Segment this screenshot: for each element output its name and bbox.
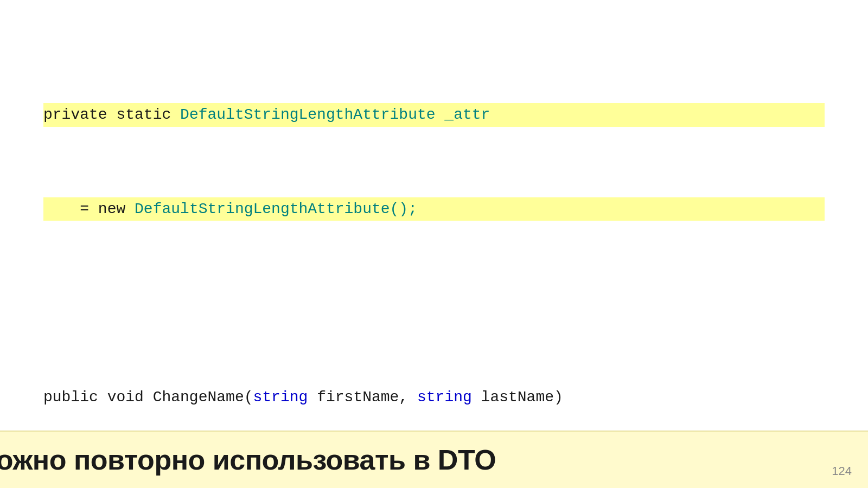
caption-text: Можно повторно использовать в DTO (0, 444, 496, 476)
slide-number: 124 (832, 464, 852, 478)
keyword-void: void (107, 389, 144, 406)
type-string-1: string (253, 389, 308, 406)
keyword-public: public (43, 389, 98, 406)
code-line-2: = new DefaultStringLengthAttribute(); (43, 197, 825, 221)
keyword-private: private (43, 106, 107, 123)
ctor-dsla: DefaultStringLengthAttribute(); (135, 201, 417, 217)
code-line-3 (43, 291, 825, 314)
type-dsla: DefaultStringLengthAttribute _attr (180, 106, 490, 123)
type-string-2: string (417, 389, 472, 406)
slide: private static DefaultStringLengthAttrib… (0, 0, 868, 488)
keyword-new-1: new (98, 201, 125, 217)
code-line-4: public void ChangeName(string firstName,… (43, 386, 825, 409)
code-block: private static DefaultStringLengthAttrib… (43, 33, 825, 488)
code-line-1: private static DefaultStringLengthAttrib… (43, 103, 825, 126)
bottom-caption: Можно повторно использовать в DTO (0, 431, 868, 488)
keyword-static: static (116, 106, 171, 123)
